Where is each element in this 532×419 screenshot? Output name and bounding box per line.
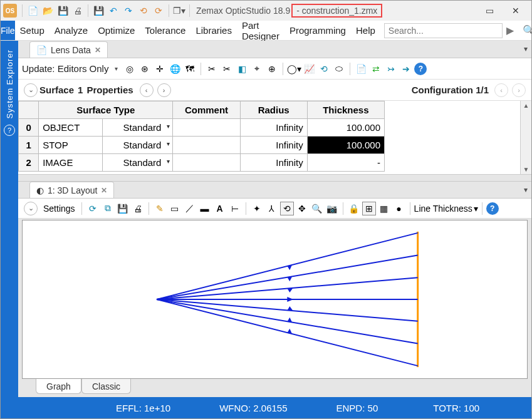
target-icon[interactable]: ◎: [123, 62, 137, 76]
layout-canvas[interactable]: [22, 220, 528, 379]
link-icon[interactable]: ↣: [384, 62, 398, 76]
refresh-icon[interactable]: ⟲: [137, 4, 150, 18]
prev-config-button[interactable]: ‹: [494, 83, 508, 97]
sidebar-help-icon[interactable]: ?: [4, 125, 15, 136]
refresh-layout-icon[interactable]: ⟳: [86, 202, 100, 215]
print-layout-icon[interactable]: 🖨: [131, 202, 145, 215]
line-thickness-label[interactable]: Line Thickness: [414, 204, 472, 214]
table-row[interactable]: 2IMAGEStandardInfinity-: [19, 154, 385, 172]
line-icon[interactable]: ／: [183, 202, 197, 215]
file-menu[interactable]: File: [1, 21, 15, 40]
copy-icon[interactable]: ⧉: [101, 202, 115, 215]
close-button[interactable]: ✕: [503, 2, 529, 19]
svg-line-2: [157, 277, 418, 299]
axes-icon[interactable]: ⅄: [265, 202, 279, 215]
scroll-up-icon[interactable]: ▲: [523, 102, 529, 109]
menu-optimize[interactable]: Optimize: [93, 21, 140, 40]
note-icon[interactable]: 📄: [354, 62, 368, 76]
layout-tabrow: ◐ 1: 3D Layout ✕ ▾: [18, 181, 531, 199]
tab-lens-data[interactable]: 📄 Lens Data ✕: [29, 41, 108, 58]
tab-3d-layout[interactable]: ◐ 1: 3D Layout ✕: [29, 182, 114, 198]
menu-analyze[interactable]: Analyze: [50, 21, 93, 40]
status-enpd: ENPD: 50: [328, 403, 387, 413]
tab-classic[interactable]: Classic: [81, 379, 131, 394]
close-tab-icon[interactable]: ✕: [95, 46, 101, 54]
tab-graph[interactable]: Graph: [36, 379, 81, 394]
pan-icon[interactable]: ✥: [295, 202, 309, 215]
menu-tolerance[interactable]: Tolerance: [140, 21, 190, 40]
search-input[interactable]: [384, 23, 503, 38]
tool-a-icon[interactable]: ✂: [205, 62, 219, 76]
text-icon[interactable]: A: [213, 202, 227, 215]
table-row[interactable]: 0OBJECTStandardInfinity100.000: [19, 119, 385, 137]
layout-help-icon[interactable]: ?: [486, 202, 499, 215]
toggle-icon[interactable]: ⬭: [332, 62, 346, 76]
aperture-icon[interactable]: ⌖: [250, 62, 264, 76]
update-mode-label[interactable]: Update: Editors Only: [22, 63, 108, 74]
next-config-button[interactable]: ›: [512, 83, 526, 97]
lock-icon[interactable]: 🔒: [347, 202, 361, 215]
pencil-icon[interactable]: ✎: [153, 202, 167, 215]
help-icon[interactable]: ?: [414, 63, 427, 75]
rect-icon[interactable]: ▭: [168, 202, 182, 215]
map-icon[interactable]: 🗺: [183, 62, 197, 76]
update-mode-caret[interactable]: ▾: [115, 65, 118, 72]
tool-b-icon[interactable]: ✂: [220, 62, 234, 76]
arrow-icon[interactable]: ➔: [399, 62, 413, 76]
save-all-icon[interactable]: 💾: [91, 4, 105, 18]
prev-surface-button[interactable]: ‹: [140, 83, 154, 97]
menu-help[interactable]: Help: [351, 21, 380, 40]
fit-icon[interactable]: ⊞: [362, 202, 376, 215]
panel-menu-icon[interactable]: ▾: [524, 44, 528, 53]
open-icon[interactable]: 📂: [41, 4, 55, 18]
run-icon[interactable]: ▶: [506, 24, 519, 36]
stop-icon[interactable]: ⊕: [265, 62, 279, 76]
layout-panel-menu-icon[interactable]: ▾: [524, 185, 528, 194]
grid-icon[interactable]: ▦: [377, 202, 391, 215]
chart-icon[interactable]: 📈: [302, 62, 316, 76]
zoom-icon[interactable]: 🔍: [310, 202, 324, 215]
target2-icon[interactable]: ⊛: [138, 62, 152, 76]
layout-settings-expand[interactable]: ⌄: [24, 202, 38, 215]
measure-icon[interactable]: ⊢: [228, 202, 242, 215]
menu-setup[interactable]: Setup: [15, 21, 50, 40]
grid-scrollbar[interactable]: ▲ ▼: [520, 101, 531, 174]
menu-libraries[interactable]: Libraries: [190, 21, 237, 40]
expand-properties-button[interactable]: ⌄: [24, 83, 38, 97]
rotate-icon[interactable]: ⟲: [280, 202, 294, 215]
camera-icon[interactable]: 📷: [325, 202, 339, 215]
redo-icon[interactable]: ↷: [122, 4, 135, 18]
compass-icon[interactable]: ✦: [250, 202, 264, 215]
app-title: Zemax OpticStudio 18.9: [196, 6, 290, 16]
circle-icon[interactable]: ◯▾: [287, 62, 301, 76]
dash-icon[interactable]: ▬: [198, 202, 212, 215]
scroll-down-icon[interactable]: ▼: [523, 166, 529, 173]
save-image-icon[interactable]: 💾: [116, 202, 130, 215]
next-surface-button[interactable]: ›: [157, 83, 171, 97]
close-layout-tab-icon[interactable]: ✕: [101, 186, 107, 195]
black-circle-icon[interactable]: ●: [392, 202, 406, 215]
layout-settings-label[interactable]: Settings: [43, 204, 75, 214]
search-icon[interactable]: 🔍: [523, 24, 532, 36]
menu-programming[interactable]: Programming: [284, 21, 351, 40]
globe-icon[interactable]: 🌐: [168, 62, 182, 76]
menu-part-designer[interactable]: Part Designer: [237, 21, 284, 40]
new-icon[interactable]: 📄: [26, 4, 39, 18]
undo-icon[interactable]: ↶: [107, 4, 120, 18]
refresh-all-icon[interactable]: ⟳: [152, 4, 165, 18]
crosshair-icon[interactable]: ✛: [153, 62, 167, 76]
lasso-icon[interactable]: ⟲: [317, 62, 331, 76]
minimize-button[interactable]: ▭: [476, 2, 503, 19]
lens-data-grid[interactable]: Surface TypeCommentRadiusThickness0OBJEC…: [18, 101, 531, 175]
line-thickness-caret[interactable]: ▾: [474, 204, 478, 214]
svg-line-0: [157, 233, 418, 299]
windows-icon[interactable]: ❐▾: [172, 4, 186, 18]
svg-marker-8: [287, 276, 292, 281]
lens-icon[interactable]: ◧: [235, 62, 249, 76]
svg-line-6: [157, 299, 418, 366]
sidebar-system-explorer[interactable]: System Explorer ?: [1, 41, 18, 397]
print-icon[interactable]: 🖨: [71, 4, 85, 18]
save-icon[interactable]: 💾: [56, 4, 70, 18]
swap-icon[interactable]: ⇄: [369, 62, 383, 76]
table-row[interactable]: 1STOPStandardInfinity100.000: [19, 137, 385, 154]
